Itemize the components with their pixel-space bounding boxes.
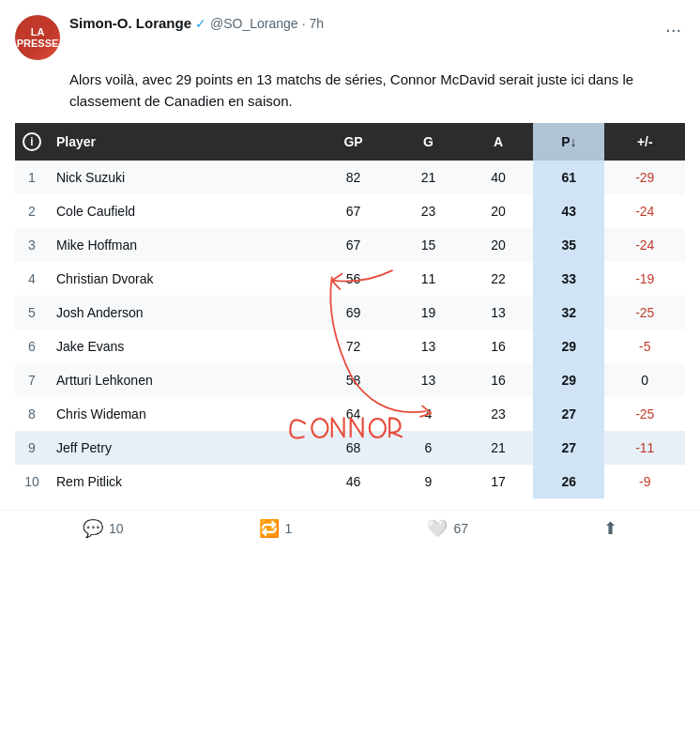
cell-plus-minus: -25: [604, 296, 685, 330]
cell-points: 29: [533, 363, 604, 397]
cell-g: 13: [393, 330, 463, 363]
table-row: 1 Nick Suzuki 82 21 40 61 -29: [15, 161, 685, 194]
cell-a: 13: [464, 296, 533, 330]
cell-player: Mike Hoffman: [49, 228, 313, 262]
table-row: 10 Rem Pitlick 46 9 17 26 -9: [15, 465, 685, 498]
cell-gp: 64: [313, 397, 393, 431]
cell-player: Chris Wideman: [49, 397, 313, 431]
cell-gp: 67: [313, 228, 393, 262]
cell-a: 23: [464, 397, 533, 431]
table-header-row: i Player GP G A P↓ +/-: [15, 123, 685, 161]
tweet-time: · 7h: [302, 16, 324, 31]
cell-a: 16: [464, 363, 533, 397]
table-row: 2 Cole Caufield 67 23 20 43 -24: [15, 194, 685, 228]
cell-player: Josh Anderson: [49, 296, 313, 330]
cell-rank: 2: [15, 194, 49, 228]
cell-plus-minus: -19: [604, 262, 685, 296]
cell-rank: 1: [15, 161, 49, 194]
cell-player: Nick Suzuki: [49, 161, 313, 194]
cell-g: 13: [393, 363, 463, 397]
cell-points: 26: [533, 465, 604, 498]
cell-plus-minus: -9: [604, 465, 685, 498]
cell-a: 17: [464, 465, 533, 498]
cell-a: 20: [464, 228, 533, 262]
cell-player: Jeff Petry: [49, 431, 313, 465]
cell-player: Rem Pitlick: [49, 465, 313, 498]
user-name[interactable]: Simon-O. Lorange: [69, 15, 191, 31]
retweet-action[interactable]: 🔁 1: [259, 518, 293, 539]
cell-points: 33: [533, 262, 604, 296]
cell-a: 16: [464, 330, 533, 363]
header-gp: GP: [313, 123, 393, 161]
comment-icon: 💬: [83, 518, 103, 539]
cell-plus-minus: 0: [604, 363, 685, 397]
table-row: 3 Mike Hoffman 67 15 20 35 -24: [15, 228, 685, 262]
cell-a: 21: [464, 431, 533, 465]
cell-gp: 69: [313, 296, 393, 330]
table-row: 9 Jeff Petry 68 6 21 27 -11: [15, 431, 685, 465]
cell-points: 32: [533, 296, 604, 330]
cell-plus-minus: -29: [604, 161, 685, 194]
cell-gp: 82: [313, 161, 393, 194]
cell-rank: 10: [15, 465, 49, 498]
cell-gp: 68: [313, 431, 393, 465]
cell-g: 9: [393, 465, 463, 498]
cell-a: 20: [464, 194, 533, 228]
cell-g: 11: [393, 262, 463, 296]
tweet-header: LA PRESSE Simon-O. Lorange ✓ @SO_Lorange…: [15, 15, 685, 60]
header-g: G: [393, 123, 463, 161]
cell-plus-minus: -24: [604, 194, 685, 228]
cell-gp: 67: [313, 194, 393, 228]
cell-player: Cole Caufield: [49, 194, 313, 228]
header-plus-minus: +/-: [604, 123, 685, 161]
cell-player: Jake Evans: [49, 330, 313, 363]
table-row: 4 Christian Dvorak 56 11 22 33 -19: [15, 262, 685, 296]
cell-g: 6: [393, 431, 463, 465]
comment-action[interactable]: 💬 10: [83, 518, 124, 539]
more-options-button[interactable]: ···: [662, 15, 685, 44]
cell-g: 4: [393, 397, 463, 431]
header-player: Player: [49, 123, 313, 161]
stats-table: i Player GP G A P↓ +/- 1 Nick Suzuki 82 …: [15, 123, 685, 498]
cell-player: Christian Dvorak: [49, 262, 313, 296]
cell-a: 22: [464, 262, 533, 296]
header-points: P↓: [533, 123, 604, 161]
table-row: 5 Josh Anderson 69 19 13 32 -25: [15, 296, 685, 330]
like-icon: 🤍: [427, 518, 448, 539]
cell-points: 43: [533, 194, 604, 228]
cell-rank: 3: [15, 228, 49, 262]
cell-points: 27: [533, 397, 604, 431]
cell-gp: 56: [313, 262, 393, 296]
cell-g: 21: [393, 161, 463, 194]
cell-points: 29: [533, 330, 604, 363]
cell-g: 23: [393, 194, 463, 228]
tweet-text: Alors voilà, avec 29 points en 13 matchs…: [69, 69, 685, 112]
table-row: 8 Chris Wideman 64 4 23 27 -25: [15, 397, 685, 431]
share-action[interactable]: ⬆: [603, 518, 617, 539]
retweet-count: 1: [285, 521, 293, 536]
like-action[interactable]: 🤍 67: [427, 518, 468, 539]
cell-plus-minus: -11: [604, 431, 685, 465]
verified-icon: ✓: [195, 16, 206, 31]
cell-points: 61: [533, 161, 604, 194]
cell-points: 35: [533, 228, 604, 262]
comment-count: 10: [109, 521, 124, 536]
tweet-actions: 💬 10 🔁 1 🤍 67 ⬆: [0, 510, 700, 550]
cell-points: 27: [533, 431, 604, 465]
cell-plus-minus: -24: [604, 228, 685, 262]
cell-g: 19: [393, 296, 463, 330]
stats-table-wrapper: i Player GP G A P↓ +/- 1 Nick Suzuki 82 …: [15, 123, 685, 498]
retweet-icon: 🔁: [259, 518, 280, 539]
user-handle[interactable]: @SO_Lorange: [210, 16, 298, 31]
share-icon: ⬆: [603, 518, 617, 539]
header-a: A: [464, 123, 533, 161]
header-info: i: [15, 123, 49, 161]
cell-rank: 4: [15, 262, 49, 296]
like-count: 67: [453, 521, 468, 536]
cell-gp: 46: [313, 465, 393, 498]
cell-plus-minus: -5: [604, 330, 685, 363]
avatar[interactable]: LA PRESSE: [15, 15, 60, 60]
cell-player: Artturi Lehkonen: [49, 363, 313, 397]
cell-rank: 5: [15, 296, 49, 330]
cell-rank: 9: [15, 431, 49, 465]
